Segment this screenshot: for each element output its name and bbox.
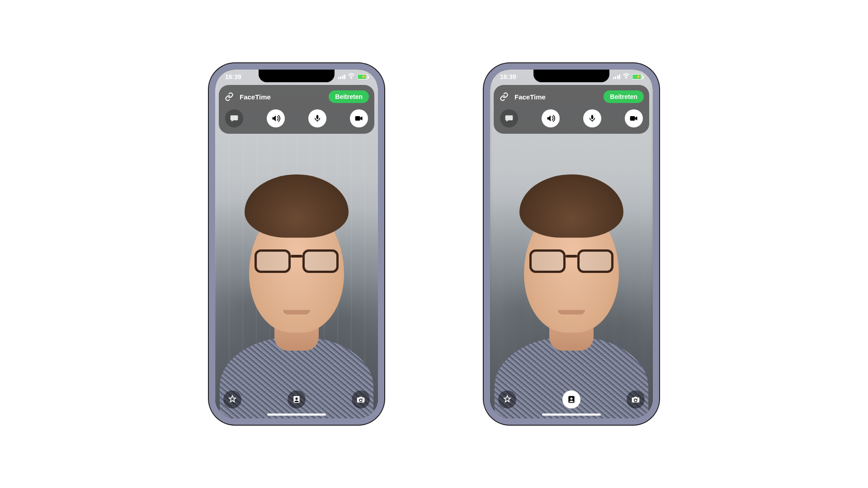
bottom-controls bbox=[490, 390, 653, 408]
video-camera-button[interactable] bbox=[625, 109, 643, 127]
speaker-button[interactable] bbox=[542, 109, 560, 127]
home-indicator[interactable] bbox=[267, 413, 326, 416]
chat-bubble-icon[interactable] bbox=[500, 109, 518, 127]
call-control-panel: FaceTime Beitreten bbox=[494, 85, 649, 134]
camera-subject-person bbox=[215, 146, 378, 418]
phone-mockup-right: 16:39 ⚡ FaceTime Beitreten bbox=[484, 63, 659, 425]
wifi-icon bbox=[348, 74, 355, 80]
status-time: 16:39 bbox=[500, 73, 516, 80]
svg-rect-0 bbox=[316, 115, 319, 119]
camera-flip-button[interactable] bbox=[352, 390, 370, 408]
svg-rect-5 bbox=[591, 115, 594, 119]
camera-subject-person bbox=[490, 146, 653, 418]
svg-point-9 bbox=[571, 398, 573, 400]
microphone-button[interactable] bbox=[308, 109, 326, 127]
video-camera-button[interactable] bbox=[350, 109, 368, 127]
join-call-button[interactable]: Beitreten bbox=[329, 90, 369, 103]
join-call-button[interactable]: Beitreten bbox=[604, 90, 644, 103]
microphone-button[interactable] bbox=[583, 109, 601, 127]
chat-bubble-icon[interactable] bbox=[225, 109, 243, 127]
phone-notch bbox=[533, 70, 609, 82]
link-icon[interactable] bbox=[499, 92, 509, 102]
call-control-panel: FaceTime Beitreten bbox=[219, 85, 374, 134]
app-name-label: FaceTime bbox=[514, 93, 598, 101]
portrait-mode-button[interactable] bbox=[562, 390, 580, 408]
svg-point-4 bbox=[296, 398, 298, 400]
effects-button[interactable] bbox=[498, 390, 516, 408]
svg-rect-7 bbox=[630, 116, 635, 121]
phone-notch bbox=[259, 70, 335, 82]
home-indicator[interactable] bbox=[542, 413, 601, 416]
bottom-controls bbox=[215, 390, 378, 408]
link-icon[interactable] bbox=[224, 92, 234, 102]
effects-button[interactable] bbox=[223, 390, 241, 408]
battery-charging-icon: ⚡ bbox=[357, 74, 368, 80]
status-time: 16:39 bbox=[225, 73, 241, 80]
camera-flip-button[interactable] bbox=[627, 390, 645, 408]
svg-rect-2 bbox=[355, 116, 360, 121]
cellular-signal-icon bbox=[613, 75, 621, 79]
battery-charging-icon: ⚡ bbox=[632, 74, 643, 80]
app-name-label: FaceTime bbox=[240, 93, 323, 101]
cellular-signal-icon bbox=[338, 75, 346, 79]
wifi-icon bbox=[623, 74, 630, 80]
speaker-button[interactable] bbox=[267, 109, 285, 127]
portrait-mode-button[interactable] bbox=[288, 390, 306, 408]
phone-mockup-left: 16:39 ⚡ FaceTime Beitreten bbox=[209, 63, 384, 425]
